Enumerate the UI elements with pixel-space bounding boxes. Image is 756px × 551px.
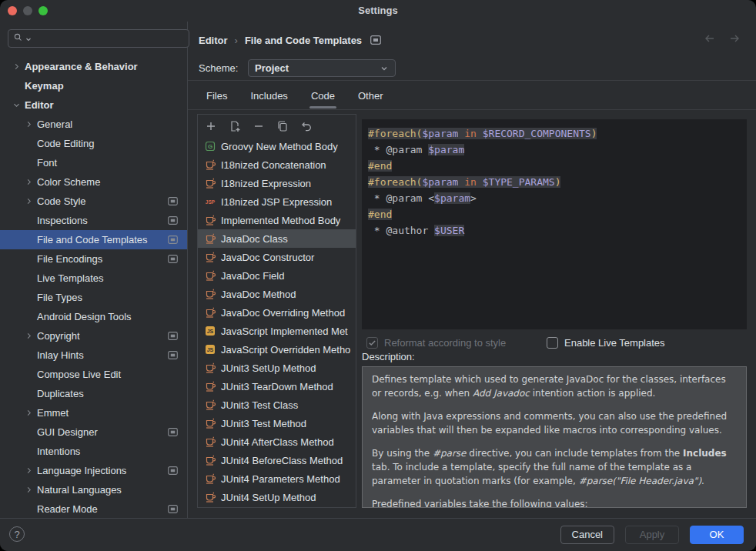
sidebar-item-reader-mode[interactable]: Reader Mode <box>0 499 187 519</box>
back-icon[interactable] <box>704 33 716 44</box>
search-input[interactable] <box>33 32 184 45</box>
per-project-settings-icon <box>370 35 381 45</box>
template-item-i18nized-expression[interactable]: I18nized Expression <box>198 174 356 192</box>
template-item-junit4-parameters-method[interactable]: JUnit4 Parameters Method <box>198 469 356 488</box>
traffic-lights <box>8 6 48 15</box>
add-icon[interactable] <box>204 119 218 133</box>
sidebar-item-language-injections[interactable]: Language Injections <box>0 461 187 480</box>
sidebar-item-gui-designer[interactable]: GUI Designer <box>0 422 187 442</box>
cancel-button[interactable]: Cancel <box>560 526 614 544</box>
live-templates-checkbox[interactable] <box>547 337 558 349</box>
template-editor[interactable]: #foreach($param in $RECORD_COMPONENTS) *… <box>362 119 747 329</box>
zoom-window-button[interactable] <box>38 6 48 15</box>
code-token: #end <box>368 160 392 172</box>
help-button[interactable]: ? <box>9 526 25 542</box>
sidebar-item-live-templates[interactable]: Live Templates <box>0 269 187 288</box>
chevron-spacer <box>22 369 35 381</box>
sidebar-item-general[interactable]: General <box>0 115 187 134</box>
sidebar-item-appearance-behavior[interactable]: Appearance & Behavior <box>0 57 187 76</box>
sidebar-item-inspections[interactable]: Inspections <box>0 211 187 230</box>
sidebar-item-color-scheme[interactable]: Color Scheme <box>0 172 187 192</box>
tab-includes[interactable]: Includes <box>249 86 289 109</box>
add-template-icon[interactable] <box>228 119 242 133</box>
sidebar-item-duplicates[interactable]: Duplicates <box>0 384 187 403</box>
sidebar-item-label: Live Templates <box>37 272 103 284</box>
template-item-junit3-test-class[interactable]: JUnit3 Test Class <box>198 396 356 414</box>
template-item-javadoc-constructor[interactable]: JavaDoc Constructor <box>198 248 356 266</box>
chevron-right-icon[interactable] <box>22 330 35 342</box>
description-segment: Along with Java expressions and comments… <box>372 411 727 436</box>
sidebar-item-inlay-hints[interactable]: Inlay Hints <box>0 346 187 365</box>
template-item-label: JUnit4 Parameters Method <box>221 473 340 485</box>
chevron-right-icon[interactable] <box>22 195 35 208</box>
breadcrumb-editor[interactable]: Editor <box>199 35 228 46</box>
scheme-select[interactable]: Project <box>248 59 396 77</box>
chevron-right-icon[interactable] <box>22 176 35 189</box>
template-item-javascript-implemented-met[interactable]: JSJavaScript Implemented Met <box>198 322 356 340</box>
reset-icon[interactable] <box>299 119 313 133</box>
chevron-right-icon[interactable] <box>22 465 35 477</box>
template-item-label: JavaDoc Constructor <box>221 252 314 263</box>
apply-button[interactable]: Apply <box>625 526 679 544</box>
chevron-right-icon[interactable] <box>22 484 35 496</box>
sidebar-item-editor[interactable]: Editor <box>0 95 187 115</box>
template-item-i18nized-concatenation[interactable]: I18nized Concatenation <box>198 155 356 174</box>
chevron-spacer <box>22 234 35 246</box>
svg-text:G: G <box>208 143 212 150</box>
chevron-down-icon[interactable] <box>9 99 23 112</box>
template-item-junit3-test-method[interactable]: JUnit3 Test Method <box>198 414 356 432</box>
sidebar-item-natural-languages[interactable]: Natural Languages <box>0 480 187 499</box>
tab-code[interactable]: Code <box>309 86 336 109</box>
chevron-right-icon[interactable] <box>22 119 35 131</box>
template-item-junit3-setup-method[interactable]: JUnit3 SetUp Method <box>198 359 356 377</box>
template-item-javascript-overridden-metho[interactable]: JSJavaScript Overridden Metho <box>198 340 356 359</box>
template-item-label: I18nized Concatenation <box>221 159 326 171</box>
sidebar-item-intentions[interactable]: Intentions <box>0 442 187 461</box>
sidebar-item-file-and-code-templates[interactable]: File and Code Templates <box>0 230 187 249</box>
template-item-label: I18nized JSP Expression <box>221 196 332 208</box>
template-item-javadoc-field[interactable]: JavaDoc Field <box>198 266 356 285</box>
sidebar-item-android-design-tools[interactable]: Android Design Tools <box>0 307 187 326</box>
template-item-junit3-teardown-method[interactable]: JUnit3 TearDown Method <box>198 377 356 396</box>
tab-other[interactable]: Other <box>356 86 385 109</box>
sidebar-item-label: Editor <box>25 99 54 111</box>
divider <box>188 80 756 81</box>
sidebar-item-font[interactable]: Font <box>0 153 187 172</box>
sidebar-item-label: Color Scheme <box>37 176 100 188</box>
copy-icon[interactable] <box>276 119 289 133</box>
chevron-spacer <box>22 311 35 323</box>
sidebar-item-code-style[interactable]: Code Style <box>0 192 187 211</box>
sidebar-item-file-encodings[interactable]: File Encodings <box>0 249 187 269</box>
sidebar-item-emmet[interactable]: Emmet <box>0 403 187 422</box>
settings-search-box[interactable] <box>8 29 189 48</box>
breadcrumb-file-and-code-templates[interactable]: File and Code Templates <box>245 35 362 46</box>
template-item-javadoc-class[interactable]: JavaDoc Class <box>198 229 356 248</box>
template-item-javadoc-overriding-method[interactable]: JavaDoc Overriding Method <box>198 303 356 322</box>
tab-files[interactable]: Files <box>205 86 229 109</box>
template-item-implemented-method-body[interactable]: Implemented Method Body <box>198 211 356 229</box>
sidebar-item-file-types[interactable]: File Types <box>0 288 187 307</box>
template-item-i18nized-jsp-expression[interactable]: JSPI18nized JSP Expression <box>198 192 356 211</box>
per-project-settings-icon <box>168 351 178 359</box>
sidebar-item-compose-live-edit[interactable]: Compose Live Edit <box>0 365 187 384</box>
template-item-junit4-afterclass-method[interactable]: JUnit4 AfterClass Method <box>198 432 356 451</box>
template-item-groovy-new-method-body[interactable]: GGroovy New Method Body <box>198 137 356 155</box>
close-window-button[interactable] <box>8 6 17 15</box>
ok-button[interactable]: OK <box>690 526 744 544</box>
forward-icon[interactable] <box>728 33 741 44</box>
search-options-chevron-icon[interactable] <box>25 33 32 45</box>
sidebar-item-code-editing[interactable]: Code Editing <box>0 134 187 153</box>
chevron-right-icon[interactable] <box>22 407 35 419</box>
template-item-junit4-beforeclass-method[interactable]: JUnit4 BeforeClass Method <box>198 451 356 469</box>
template-item-javadoc-method[interactable]: JavaDoc Method <box>198 285 356 303</box>
sidebar-item-label: Font <box>37 157 57 169</box>
description-text[interactable]: Defines template which used to generate … <box>362 366 747 508</box>
sidebar-item-copyright[interactable]: Copyright <box>0 326 187 346</box>
remove-icon[interactable] <box>252 119 266 133</box>
template-item-junit4-setup-method[interactable]: JUnit4 SetUp Method <box>198 488 356 506</box>
chevron-right-icon[interactable] <box>9 61 23 73</box>
sidebar-item-keymap[interactable]: Keymap <box>0 76 187 95</box>
scheme-label: Scheme: <box>199 59 238 77</box>
sidebar-item-label: Natural Languages <box>37 484 122 496</box>
minimize-window-button[interactable] <box>23 6 32 15</box>
